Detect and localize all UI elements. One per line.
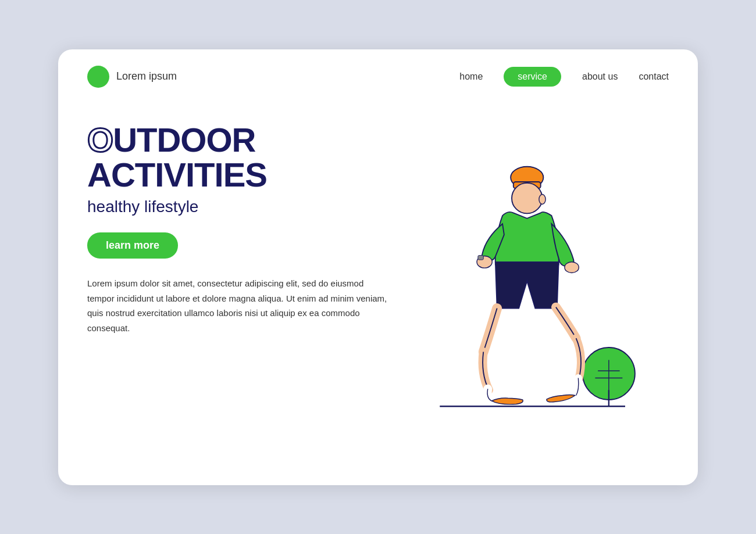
runner-illustration xyxy=(407,111,669,462)
hero-headline: OUTDOOR ACTIVITIES xyxy=(87,123,407,193)
nav-about[interactable]: about us xyxy=(582,71,618,82)
hero-body-text: Lorem ipsum dolor sit amet, consectetur … xyxy=(87,276,390,335)
nav-home[interactable]: home xyxy=(459,71,483,82)
svg-point-8 xyxy=(512,182,543,213)
logo-text: Lorem ipsum xyxy=(116,70,177,83)
nav-contact[interactable]: contact xyxy=(639,71,669,82)
bush-illustration xyxy=(583,347,635,406)
headline-o: O xyxy=(87,121,113,159)
svg-rect-11 xyxy=(478,255,483,260)
nav-links: home service about us contact xyxy=(459,67,669,87)
logo-icon xyxy=(87,66,109,88)
left-content: OUTDOOR ACTIVITIES healthy lifestyle lea… xyxy=(87,111,407,462)
svg-point-12 xyxy=(565,261,579,273)
navbar: Lorem ipsum home service about us contac… xyxy=(58,49,698,99)
learn-more-button[interactable]: learn more xyxy=(87,232,178,259)
svg-point-9 xyxy=(539,194,545,204)
nav-service[interactable]: service xyxy=(504,67,561,87)
logo-area: Lorem ipsum xyxy=(87,66,177,88)
main-content: OUTDOOR ACTIVITIES healthy lifestyle lea… xyxy=(58,99,698,485)
hero-subheadline: healthy lifestyle xyxy=(87,198,407,216)
main-card: Lorem ipsum home service about us contac… xyxy=(58,49,698,485)
illustration-area xyxy=(407,111,669,462)
